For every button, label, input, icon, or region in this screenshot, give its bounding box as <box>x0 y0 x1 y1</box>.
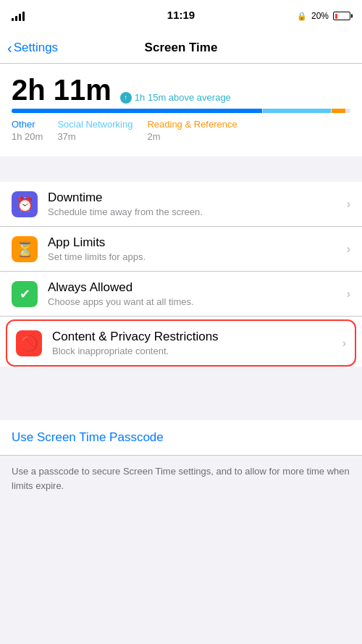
usage-progress-bar <box>12 109 350 113</box>
always-allowed-text: Always Allowed Choose apps you want at a… <box>48 280 347 307</box>
battery-percent: 20% <box>311 11 329 21</box>
always-allowed-icon: ✔ <box>12 281 38 307</box>
category-other-time: 1h 20m <box>12 131 43 142</box>
always-allowed-title: Always Allowed <box>48 280 347 295</box>
app-limits-text: App Limits Set time limits for apps. <box>48 235 347 262</box>
category-social-time: 37m <box>57 131 132 142</box>
back-button[interactable]: ‹ Settings <box>7 41 58 55</box>
signal-area <box>12 12 25 21</box>
content-privacy-chevron-icon: › <box>342 337 346 350</box>
app-limits-title: App Limits <box>48 235 347 250</box>
content-privacy-row[interactable]: 🚫 Content & Privacy Restrictions Block i… <box>6 319 356 367</box>
progress-other <box>12 109 262 113</box>
always-allowed-row[interactable]: ✔ Always Allowed Choose apps you want at… <box>0 272 362 317</box>
section-divider-2 <box>0 369 362 395</box>
nav-bar: ‹ Settings Screen Time <box>0 32 362 64</box>
content-privacy-title: Content & Privacy Restrictions <box>52 330 342 344</box>
app-limits-icon: ⏳ <box>12 236 38 262</box>
always-allowed-subtitle: Choose apps you want at all times. <box>48 296 347 307</box>
block-icon: 🚫 <box>20 335 38 352</box>
content-privacy-text: Content & Privacy Restrictions Block ina… <box>52 330 342 356</box>
downtime-icon: ⏰ <box>12 191 38 217</box>
battery-fill <box>335 14 338 19</box>
status-right: 🔒 20% <box>297 11 350 21</box>
clock-icon: ⏰ <box>16 196 34 213</box>
stats-time-row: 2h 11m ↑ 1h 15m above average <box>12 75 350 104</box>
above-average: ↑ 1h 15m above average <box>120 92 231 104</box>
section-divider-1 <box>0 156 362 182</box>
hourglass-icon: ⏳ <box>16 241 34 258</box>
page-title: Screen Time <box>145 41 218 55</box>
checkmark-icon: ✔ <box>20 286 30 302</box>
passcode-description: Use a passcode to secure Screen Time set… <box>0 456 362 501</box>
downtime-subtitle: Schedule time away from the screen. <box>48 206 347 217</box>
content-privacy-subtitle: Block inappropriate content. <box>52 346 342 356</box>
category-labels: Other 1h 20m Social Networking 37m Readi… <box>12 119 350 142</box>
category-social: Social Networking 37m <box>57 119 132 142</box>
passcode-link[interactable]: Use Screen Time Passcode <box>0 420 362 456</box>
category-other-name: Other <box>12 119 43 130</box>
downtime-title: Downtime <box>48 191 347 205</box>
passcode-section: Use Screen Time Passcode <box>0 420 362 456</box>
stats-section: 2h 11m ↑ 1h 15m above average Other 1h 2… <box>0 64 362 156</box>
app-limits-chevron-icon: › <box>347 243 350 256</box>
category-reading: Reading & Reference 2m <box>147 119 237 142</box>
signal-icon <box>12 12 25 21</box>
category-reading-name: Reading & Reference <box>147 119 237 130</box>
category-other: Other 1h 20m <box>12 119 43 142</box>
progress-reading <box>332 109 345 113</box>
back-chevron-icon: ‹ <box>7 41 12 55</box>
category-reading-time: 2m <box>147 131 237 142</box>
content-privacy-icon: 🚫 <box>16 330 42 356</box>
category-social-name: Social Networking <box>57 119 132 130</box>
downtime-chevron-icon: › <box>347 198 350 211</box>
battery-icon <box>333 12 350 20</box>
total-time: 2h 11m <box>12 75 111 104</box>
progress-social <box>263 109 331 113</box>
back-label: Settings <box>14 41 58 55</box>
up-arrow-icon: ↑ <box>120 92 132 104</box>
settings-list: ⏰ Downtime Schedule time away from the s… <box>0 182 362 367</box>
app-limits-row[interactable]: ⏳ App Limits Set time limits for apps. › <box>0 227 362 272</box>
above-avg-text: 1h 15m above average <box>135 92 231 103</box>
app-limits-subtitle: Set time limits for apps. <box>48 251 347 262</box>
lock-icon: 🔒 <box>297 12 307 21</box>
status-bar: 11:19 🔒 20% <box>0 0 362 32</box>
always-allowed-chevron-icon: › <box>347 288 350 301</box>
downtime-text: Downtime Schedule time away from the scr… <box>48 191 347 217</box>
status-time: 11:19 <box>167 9 195 21</box>
downtime-row[interactable]: ⏰ Downtime Schedule time away from the s… <box>0 182 362 227</box>
